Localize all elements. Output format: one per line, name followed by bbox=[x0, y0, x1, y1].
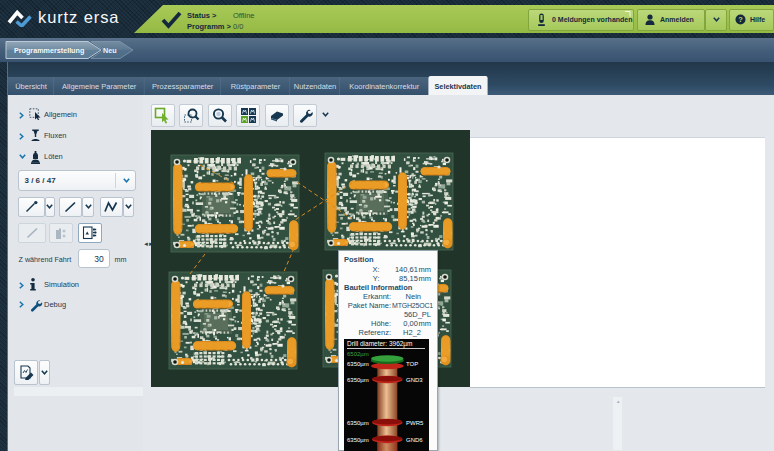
svg-text:6350µm: 6350µm bbox=[347, 437, 369, 443]
svg-text:GND6: GND6 bbox=[406, 437, 423, 443]
svg-text:Programmerstellung: Programmerstellung bbox=[14, 46, 84, 55]
svg-text:6502µm: 6502µm bbox=[347, 350, 369, 356]
svg-text:Drill diameter: 3962µm: Drill diameter: 3962µm bbox=[347, 340, 413, 348]
svg-text:Allgemeine Parameter: Allgemeine Parameter bbox=[62, 82, 137, 91]
svg-text:GND3: GND3 bbox=[406, 377, 423, 383]
svg-text:6350µm: 6350µm bbox=[347, 360, 369, 366]
svg-text:Nutzendaten: Nutzendaten bbox=[294, 82, 337, 91]
svg-text:6350µm: 6350µm bbox=[347, 377, 369, 383]
svg-text:6350µm: 6350µm bbox=[347, 420, 369, 426]
svg-text:Rüstparameter: Rüstparameter bbox=[231, 82, 281, 91]
svg-text:Neu: Neu bbox=[103, 46, 117, 55]
svg-text:Selektivdaten: Selektivdaten bbox=[434, 82, 481, 91]
svg-text:Prozessparameter: Prozessparameter bbox=[152, 82, 214, 91]
svg-text:Koordinatenkorrektur: Koordinatenkorrektur bbox=[349, 82, 420, 91]
svg-text:Übersicht: Übersicht bbox=[15, 82, 48, 91]
svg-text:PWR5: PWR5 bbox=[406, 420, 424, 426]
svg-text:TOP: TOP bbox=[406, 360, 418, 366]
svg-text:?: ? bbox=[738, 15, 743, 24]
